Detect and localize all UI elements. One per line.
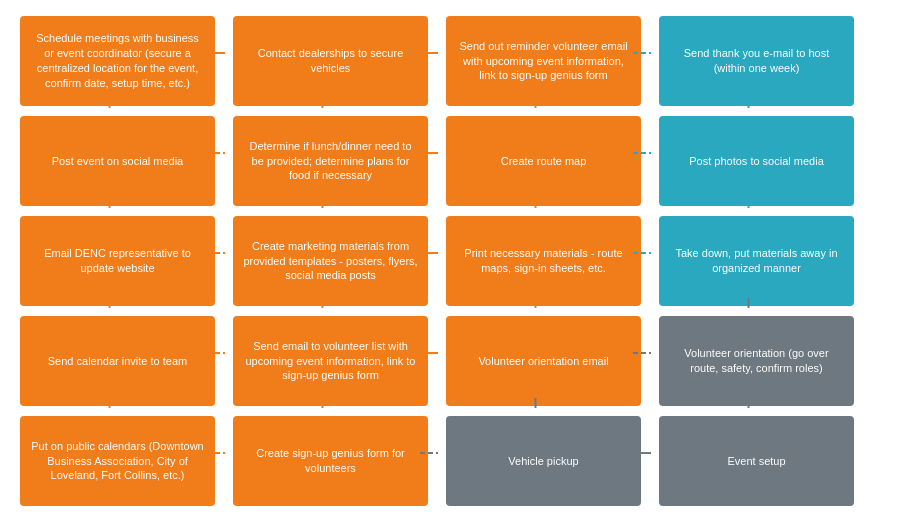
card-c3: Send out reminder volunteer email with u… (446, 16, 641, 106)
card-c7: Create route map (446, 116, 641, 206)
diagram: Schedule meetings with business or event… (0, 0, 900, 520)
card-c19: Vehicle pickup (446, 416, 641, 506)
card-c1: Schedule meetings with business or event… (20, 16, 215, 106)
card-c15: Volunteer orientation email (446, 316, 641, 406)
card-c8: Post photos to social media (659, 116, 854, 206)
card-c10: Create marketing materials from provided… (233, 216, 428, 306)
card-c18: Create sign-up genius form for volunteer… (233, 416, 428, 506)
card-c14: Send email to volunteer list with upcomi… (233, 316, 428, 406)
card-c9: Email DENC representative to update webs… (20, 216, 215, 306)
card-c13: Send calendar invite to team (20, 316, 215, 406)
card-c17: Put on public calendars (Downtown Busine… (20, 416, 215, 506)
card-c11: Print necessary materials - route maps, … (446, 216, 641, 306)
card-grid: Schedule meetings with business or event… (8, 8, 892, 514)
card-c20: Event setup (659, 416, 854, 506)
card-c2: Contact dealerships to secure vehicles (233, 16, 428, 106)
card-c16: Volunteer orientation (go over route, sa… (659, 316, 854, 406)
card-c12: Take down, put materials away in organiz… (659, 216, 854, 306)
card-c6: Determine if lunch/dinner need to be pro… (233, 116, 428, 206)
card-c5: Post event on social media (20, 116, 215, 206)
card-c4: Send thank you e-mail to host (within on… (659, 16, 854, 106)
